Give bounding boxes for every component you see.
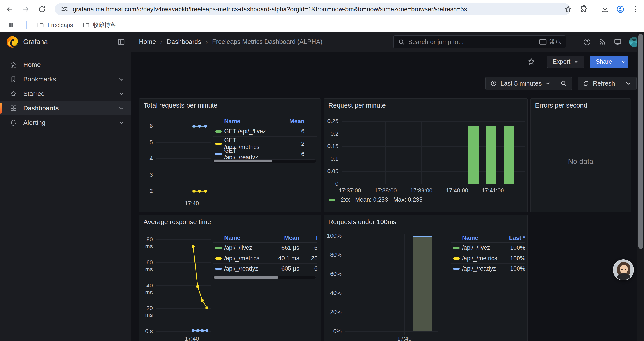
axis-tick-label: 2 [139,188,153,194]
series-name[interactable]: /api/_/livez [462,244,501,251]
browser-menu-icon[interactable] [631,5,640,14]
share-button[interactable]: Share [590,56,628,68]
series-name[interactable]: /api/_/metrics [224,255,272,262]
address-bar[interactable]: grafana.mathmast.com/d/deytv4rwavabkb/fr… [55,3,570,15]
grafana-logo[interactable] [6,36,18,48]
legend-row[interactable]: GET /api/_/metrics 2 [213,137,318,147]
share-menu-chevron[interactable] [618,56,628,68]
apps-grid-icon[interactable] [8,22,14,28]
legend-col-name[interactable]: Name [224,118,272,125]
search-input[interactable]: Search or jump to... ⌘+k [394,35,566,49]
series-name[interactable]: /api/_/readyz [224,265,272,272]
chevron-down-icon[interactable] [118,120,124,126]
panel-average-response-time[interactable]: Average response time 80 ms60 ms40 ms20 … [139,215,321,341]
time-range-picker[interactable]: Last 5 minutes [486,77,556,90]
legend-row[interactable]: GET /api/_/readyz 6 [213,147,318,157]
panel-title[interactable]: Errors per second [535,102,587,109]
panel-errors-per-second[interactable]: Errors per second No data [530,98,631,212]
bookmark-folder-freeleaps[interactable]: Freeleaps [37,22,73,29]
axis-tick-label: 17:40 [179,200,205,207]
breadcrumb-home[interactable]: Home [139,38,156,46]
chevron-down-icon[interactable] [118,105,124,111]
browser-forward-button[interactable] [21,5,31,14]
legend-col-name[interactable]: Name [462,235,501,241]
series-name[interactable]: /api/_/livez [224,244,272,251]
refresh-button[interactable]: Refresh [578,77,620,90]
axis-tick-label: 0.2 [324,130,338,137]
zoom-out-icon [560,80,567,87]
legend-scrollbar[interactable] [213,159,316,163]
legend-row[interactable]: /api/_/metrics 100% [451,253,525,263]
legend-row[interactable]: /api/_/metrics 40.1 ms 20.5 ms [213,253,318,263]
extensions-icon[interactable] [579,5,588,14]
legend-col-mean[interactable]: Mean [272,235,299,241]
scrollbar-thumb[interactable] [638,34,643,249]
search-placeholder: Search or jump to... [408,38,539,46]
url-text[interactable]: grafana.mathmast.com/d/deytv4rwavabkb/fr… [73,6,467,13]
panel-request-per-minute[interactable]: Request per minute 0.250.20.150.10.05017… [324,98,528,212]
axis-tick-label: 20% [324,309,342,315]
legend-row[interactable]: /api/_/livez 661 µs 646 µs [213,243,318,253]
bookmark-folder-blogs[interactable]: 收藏博客 [83,21,116,29]
series-name[interactable]: /api/_/metrics [462,255,501,262]
grafana-brand: Grafana [23,38,48,46]
refresh-interval-chevron[interactable] [620,77,636,90]
search-shortcut: ⌘+k [539,38,561,46]
sidebar-toggle-icon[interactable] [117,38,125,46]
series-name[interactable]: /api/_/readyz [462,265,501,272]
favorite-star-icon[interactable] [527,58,536,66]
axis-tick-label: 17:39:00 [407,187,436,194]
legend-row[interactable]: GET /api/_/livez 6 [213,126,318,137]
breadcrumb-dashboards[interactable]: Dashboards [167,38,201,46]
news-icon[interactable] [598,38,606,46]
browser-back-button[interactable] [5,5,14,14]
series-name[interactable]: 2xx [341,196,350,203]
axis-tick-label: 40 ms [139,282,153,296]
sidebar-item[interactable]: Bookmarks [0,72,131,86]
legend-table: Name Mean Last * /api/_/livez 661 µs 646… [213,233,318,279]
zoom-out-time-button[interactable] [555,77,572,90]
assistant-avatar[interactable] [613,259,634,280]
site-settings-icon[interactable] [61,6,68,13]
legend-col-name[interactable]: Name [224,235,272,241]
legend-col-last[interactable]: Last * [501,235,525,241]
bookmark-page-icon[interactable] [563,5,573,14]
legend-row[interactable]: /api/_/readyz 100% [451,263,525,274]
no-data-message: No data [531,157,631,166]
legend-scrollbar[interactable] [213,276,316,279]
browser-toolbar: grafana.mathmast.com/d/deytv4rwavabkb/fr… [0,0,644,19]
axis-tick-label: 0.1 [324,155,338,162]
sidebar-item[interactable]: Home [0,58,131,72]
panel-requests-under-100ms[interactable]: Requests under 100ms 100%80%60%40%20%0%1… [324,215,528,341]
keyboard-icon [539,39,547,45]
sidebar-item[interactable]: Starred [0,87,131,101]
panel-total-requests-per-minute[interactable]: Total requests per minute 6543217:40 Nam… [139,98,321,212]
series-name[interactable]: GET /api/_/livez [224,128,272,135]
series-name[interactable]: GET /api/_/readyz [224,147,272,161]
browser-profile-icon[interactable] [616,5,625,14]
legend-row[interactable]: /api/_/livez 100% [451,243,525,253]
chevron-down-icon[interactable] [118,76,124,82]
clock-icon [490,80,497,87]
legend-col-last[interactable]: Last * [299,235,318,241]
axis-tick-label: 0 s [139,328,153,335]
legend-col-mean[interactable]: Mean [272,118,304,125]
export-button[interactable]: Export [547,56,584,68]
sidebar-item-label: Alerting [23,119,46,126]
axis-tick-label: 0 [324,180,338,187]
sidebar-item[interactable]: Dashboards [0,101,131,115]
legend-table: Name Last * /api/_/livez 100% [451,233,525,274]
chevron-down-icon[interactable] [118,91,124,97]
browser-reload-button[interactable] [37,5,47,14]
downloads-icon[interactable] [600,5,610,14]
page-scrollbar[interactable] [638,32,644,341]
legend-row[interactable]: /api/_/readyz 605 µs 620 µs [213,263,318,274]
sidebar-item[interactable]: Alerting [0,116,131,129]
breadcrumb-current: Freeleaps Metrics Dashboard (ALPHA) [212,38,322,46]
search-icon [398,39,405,45]
axis-tick-label: 17:38:00 [371,187,400,194]
chevron-down-icon [625,80,632,87]
series-color-pill [215,153,222,155]
help-icon[interactable] [583,38,591,46]
monitor-icon[interactable] [614,38,622,46]
